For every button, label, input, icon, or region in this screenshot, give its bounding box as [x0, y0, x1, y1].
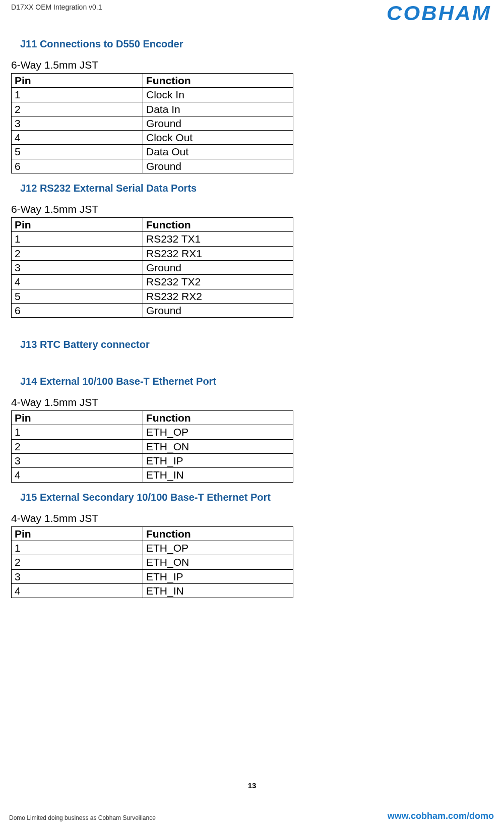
pin-table-j15: Pin Function 1ETH_OP 2ETH_ON 3ETH_IP 4ET… — [11, 526, 293, 598]
pin-cell: 5 — [12, 145, 143, 159]
pin-cell: 6 — [12, 159, 143, 173]
pin-cell: 1 — [12, 425, 143, 439]
pin-cell: 2 — [12, 439, 143, 453]
func-cell: Data In — [143, 102, 293, 116]
table-row: 2Data In — [12, 102, 293, 116]
func-cell: ETH_OP — [143, 541, 293, 555]
func-cell: Data Out — [143, 145, 293, 159]
cobham-logo: COBHAM — [387, 2, 491, 25]
func-cell: ETH_IP — [143, 569, 293, 583]
table-row: 1RS232 TX1 — [12, 232, 293, 246]
table-row: 4ETH_IN — [12, 468, 293, 482]
footer-company: Domo Limited doing business as Cobham Su… — [9, 814, 156, 821]
footer-url: www.cobham.com/domo — [388, 811, 494, 821]
func-cell: Ground — [143, 159, 293, 173]
pin-cell: 6 — [12, 303, 143, 317]
pin-cell: 4 — [12, 131, 143, 145]
connector-type-j14: 4-Way 1.5mm JST — [11, 396, 394, 408]
func-cell: RS232 TX1 — [143, 232, 293, 246]
table-row: 1ETH_OP — [12, 425, 293, 439]
table-row: 5RS232 RX2 — [12, 289, 293, 303]
table-row: 3Ground — [12, 260, 293, 274]
table-row: 2ETH_ON — [12, 439, 293, 453]
table-row: 2ETH_ON — [12, 555, 293, 569]
pin-cell: 2 — [12, 102, 143, 116]
section-heading-j13: J13 RTC Battery connector — [20, 339, 394, 350]
pin-cell: 3 — [12, 260, 143, 274]
func-cell: Ground — [143, 303, 293, 317]
func-cell: Clock Out — [143, 131, 293, 145]
section-heading-j11: J11 Connections to D550 Encoder — [20, 38, 394, 50]
col-pin: Pin — [12, 218, 143, 232]
connector-type-j11: 6-Way 1.5mm JST — [11, 59, 394, 71]
page-header: D17XX OEM Integration v0.1 COBHAM — [11, 3, 494, 28]
func-cell: ETH_IP — [143, 454, 293, 468]
section-heading-j14: J14 External 10/100 Base-T Ethernet Port — [20, 376, 394, 387]
pin-cell: 3 — [12, 116, 143, 130]
table-row: 6Ground — [12, 159, 293, 173]
pin-cell: 4 — [12, 275, 143, 289]
pin-cell: 1 — [12, 541, 143, 555]
table-row: 2RS232 RX1 — [12, 246, 293, 260]
table-row: 3ETH_IP — [12, 454, 293, 468]
func-cell: Ground — [143, 260, 293, 274]
func-cell: RS232 RX2 — [143, 289, 293, 303]
table-row: 5Data Out — [12, 145, 293, 159]
pin-cell: 3 — [12, 454, 143, 468]
table-row: 4RS232 TX2 — [12, 275, 293, 289]
col-pin: Pin — [12, 74, 143, 88]
pin-table-j12: Pin Function 1RS232 TX1 2RS232 RX1 3Grou… — [11, 217, 293, 318]
pin-cell: 4 — [12, 583, 143, 598]
func-cell: ETH_IN — [143, 468, 293, 482]
func-cell: RS232 RX1 — [143, 246, 293, 260]
pin-cell: 4 — [12, 468, 143, 482]
pin-cell: 1 — [12, 88, 143, 102]
pin-cell: 5 — [12, 289, 143, 303]
func-cell: ETH_OP — [143, 425, 293, 439]
pin-cell: 1 — [12, 232, 143, 246]
col-pin: Pin — [12, 526, 143, 541]
table-row: 1Clock In — [12, 88, 293, 102]
pin-cell: 2 — [12, 555, 143, 569]
table-row: 3Ground — [12, 116, 293, 130]
func-cell: Ground — [143, 116, 293, 130]
col-function: Function — [143, 74, 293, 88]
table-row: 4ETH_IN — [12, 583, 293, 598]
func-cell: ETH_ON — [143, 555, 293, 569]
connector-type-j12: 6-Way 1.5mm JST — [11, 203, 394, 215]
connector-type-j15: 4-Way 1.5mm JST — [11, 512, 394, 524]
page-number: 13 — [0, 781, 504, 790]
func-cell: Clock In — [143, 88, 293, 102]
func-cell: ETH_IN — [143, 583, 293, 598]
table-row: 4Clock Out — [12, 131, 293, 145]
col-function: Function — [143, 218, 293, 232]
section-heading-j15: J15 External Secondary 10/100 Base-T Eth… — [20, 492, 394, 503]
table-header-row: Pin Function — [12, 526, 293, 541]
pin-table-j11: Pin Function 1Clock In 2Data In 3Ground … — [11, 73, 293, 173]
func-cell: ETH_ON — [143, 439, 293, 453]
table-header-row: Pin Function — [12, 218, 293, 232]
func-cell: RS232 TX2 — [143, 275, 293, 289]
col-pin: Pin — [12, 411, 143, 425]
col-function: Function — [143, 411, 293, 425]
table-header-row: Pin Function — [12, 411, 293, 425]
page-content: J11 Connections to D550 Encoder 6-Way 1.… — [11, 29, 394, 598]
pin-cell: 3 — [12, 569, 143, 583]
table-row: 1ETH_OP — [12, 541, 293, 555]
pin-table-j14: Pin Function 1ETH_OP 2ETH_ON 3ETH_IP 4ET… — [11, 410, 293, 482]
col-function: Function — [143, 526, 293, 541]
section-heading-j12: J12 RS232 External Serial Data Ports — [20, 183, 394, 194]
table-row: 6Ground — [12, 303, 293, 317]
pin-cell: 2 — [12, 246, 143, 260]
table-header-row: Pin Function — [12, 74, 293, 88]
table-row: 3ETH_IP — [12, 569, 293, 583]
